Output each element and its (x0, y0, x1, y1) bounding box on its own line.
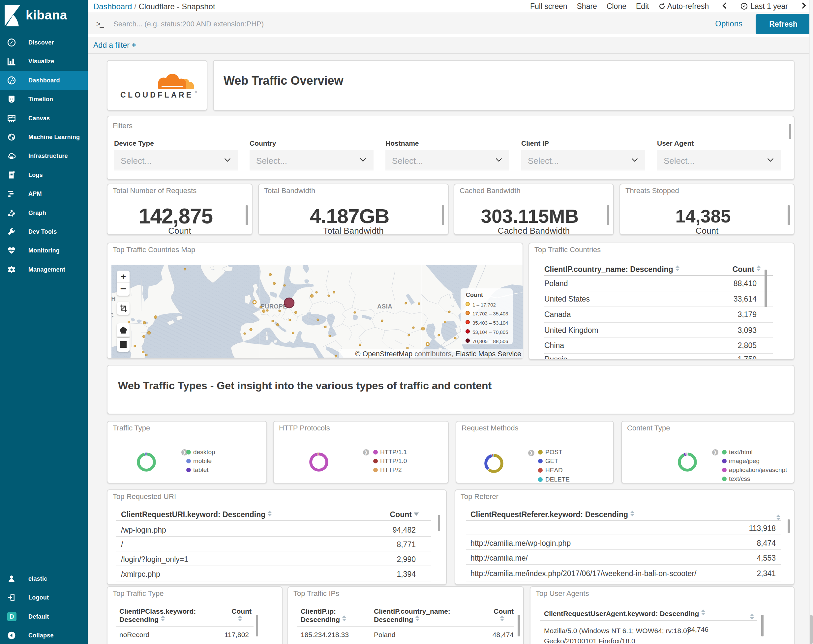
svg-text:EUROPE: EUROPE (261, 303, 287, 310)
svg-text:ASIA: ASIA (377, 303, 392, 310)
svg-text:© OpenStreetMap contributors,: © OpenStreetMap contributors, Elastic Ma… (355, 350, 521, 358)
svg-text:TH: TH (112, 295, 116, 302)
svg-text:IC: IC (112, 312, 114, 319)
svg-text:®: ® (195, 90, 197, 94)
svg-text:CLOUDFLARE: CLOUDFLARE (120, 90, 193, 99)
